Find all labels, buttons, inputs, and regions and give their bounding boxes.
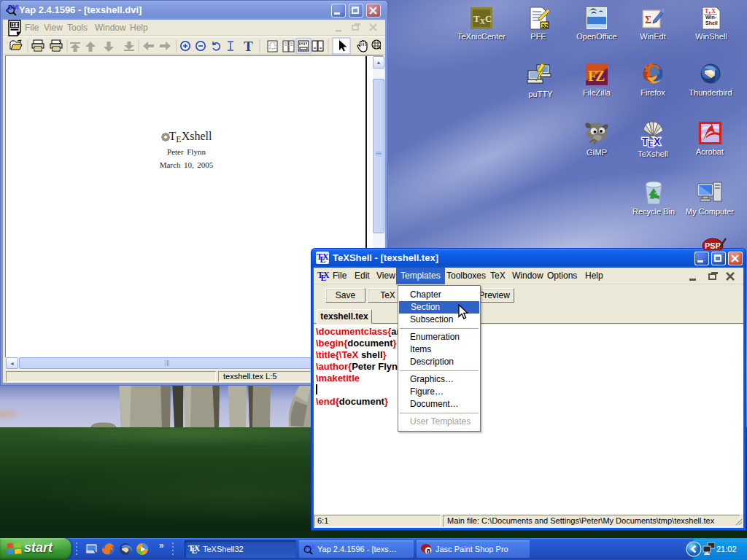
svg-text:Shell: Shell (705, 20, 718, 26)
svg-text:Win-: Win- (705, 15, 717, 20)
svg-text:8: 8 (427, 547, 430, 555)
svg-text:X: X (322, 252, 329, 262)
svg-text:X: X (194, 544, 200, 553)
svg-text:Σ: Σ (645, 15, 651, 26)
svg-text:PSP: PSP (705, 241, 721, 250)
svg-text:T: T (244, 39, 253, 54)
svg-text:Z: Z (595, 68, 605, 84)
svg-text:X: X (323, 270, 330, 280)
svg-text:32: 32 (542, 23, 549, 29)
svg-text:»: » (159, 540, 164, 551)
